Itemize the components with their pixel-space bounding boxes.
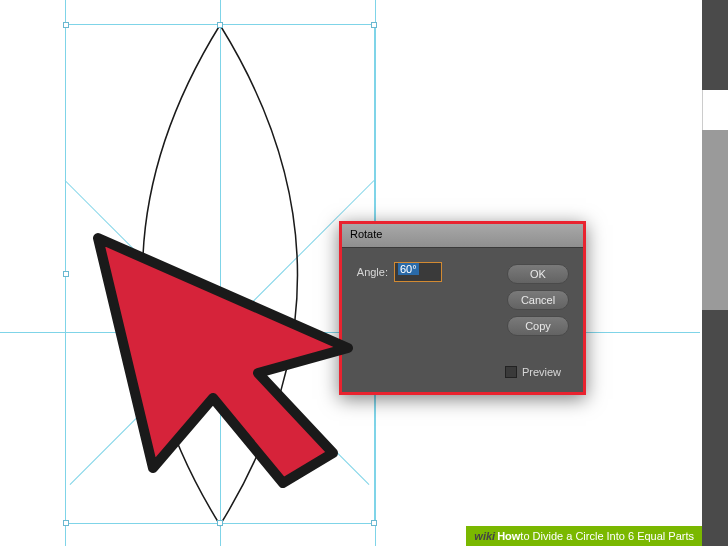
rotate-dialog[interactable]: Rotate Angle: 60° OK Cancel Copy Preview [339, 221, 586, 395]
selection-handle-ml[interactable] [63, 271, 69, 277]
selection-bounding-box[interactable] [65, 24, 375, 524]
selection-handle-bl[interactable] [63, 520, 69, 526]
selection-handle-tr[interactable] [371, 22, 377, 28]
caption-how: How [497, 530, 520, 542]
copy-button[interactable]: Copy [507, 316, 569, 336]
scrollbar-track-top [702, 0, 728, 90]
selection-handle-tm[interactable] [217, 22, 223, 28]
preview-checkbox[interactable] [505, 366, 517, 378]
caption-bar: wikiHow to Divide a Circle Into 6 Equal … [466, 526, 702, 546]
caption-text: to Divide a Circle Into 6 Equal Parts [520, 530, 694, 542]
scrollbar-thumb[interactable] [702, 130, 728, 310]
dialog-title[interactable]: Rotate [342, 224, 583, 248]
right-scrollbar[interactable] [702, 0, 728, 546]
angle-value: 60° [398, 263, 419, 275]
angle-input[interactable]: 60° [394, 262, 442, 282]
cancel-button[interactable]: Cancel [507, 290, 569, 310]
scrollbar-track-bottom [702, 310, 728, 546]
ok-button[interactable]: OK [507, 264, 569, 284]
selection-handle-br[interactable] [371, 520, 377, 526]
selection-handle-bm[interactable] [217, 520, 223, 526]
angle-label: Angle: [354, 266, 394, 278]
scrollbar-gap [702, 90, 728, 130]
preview-label: Preview [522, 366, 561, 378]
selection-handle-tl[interactable] [63, 22, 69, 28]
wiki-brand: wiki [474, 530, 495, 542]
